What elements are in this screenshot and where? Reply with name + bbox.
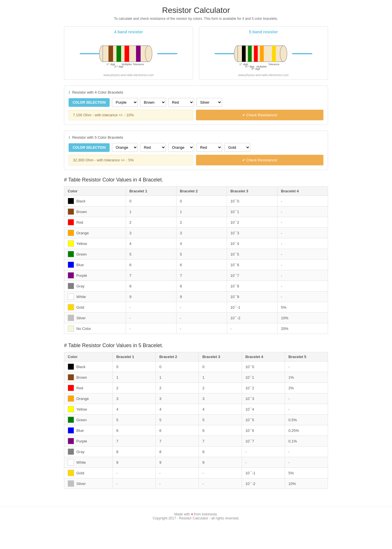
- table-row: Purple 7 7 10``7 -: [64, 270, 328, 281]
- calc4-select-3[interactable]: RedBlackBrownOrange YellowGreenBluePurpl…: [168, 98, 194, 107]
- b3-cell: -: [227, 323, 277, 334]
- color-swatch: [68, 230, 74, 236]
- b1-cell: 1: [113, 372, 156, 383]
- color-cell: Brown: [64, 372, 113, 383]
- b1-cell: 5: [126, 249, 176, 260]
- color-swatch: [68, 198, 74, 204]
- b3-cell: 6: [199, 425, 242, 436]
- calc5-select-1[interactable]: OrangeBlackBrownRed YellowGreenBluePurpl…: [112, 143, 138, 152]
- calc4-result-row: 7.100 Ohm - with tolerance +/- : 10% ✔ C…: [69, 110, 323, 120]
- b3-cell: 1: [199, 372, 242, 383]
- color-cell: Green: [64, 249, 126, 260]
- color-name: Blue: [76, 263, 84, 267]
- table5-col-b4: Bracelet 4: [242, 352, 285, 362]
- color-swatch: [68, 251, 74, 257]
- color-name: Green: [76, 418, 87, 422]
- b5-cell: -: [285, 362, 328, 372]
- color-cell: Blue: [64, 425, 113, 436]
- b1-cell: 4: [113, 404, 156, 415]
- table4-body: Black 0 0 10``0 - Brown 1 1 10``1 -: [64, 196, 328, 334]
- b2-cell: 1: [156, 372, 199, 383]
- b2-cell: 7: [176, 270, 227, 281]
- b2-cell: -: [176, 302, 227, 313]
- svg-rect-19: [248, 46, 252, 62]
- b4-cell: 10``1: [242, 372, 285, 383]
- table-4band: Color Bracelet 1 Bracelet 2 Bracelet 3 B…: [64, 186, 328, 334]
- b3-cell: 10``3: [227, 228, 277, 238]
- table-row: Black 0 0 0 10``0 -: [64, 362, 328, 372]
- b2-cell: -: [156, 478, 199, 489]
- b1-cell: 2: [113, 383, 156, 393]
- color-selection-btn-4band[interactable]: COLOR SELECTION: [69, 98, 110, 107]
- b2-cell: -: [176, 323, 227, 334]
- b3-cell: 10``6: [227, 260, 277, 270]
- b2-cell: 4: [156, 404, 199, 415]
- color-selection-btn-5band[interactable]: COLOR SELECTION: [69, 143, 110, 152]
- calc5-result: 32.300 Ohm - with tolerance +/- : 5%: [69, 155, 193, 165]
- table5-header: Color Bracelet 1 Bracelet 2 Bracelet 3 B…: [64, 352, 328, 362]
- color-cell: Red: [64, 217, 126, 228]
- table-row: Yellow 4 4 10``4 -: [64, 238, 328, 249]
- svg-text:Tolerance: Tolerance: [133, 63, 144, 66]
- calc5-select-2[interactable]: RedBlackBrownOrange YellowGreenBluePurpl…: [140, 143, 166, 152]
- color-name: Red: [76, 220, 83, 225]
- b4-cell: 10``6: [242, 425, 285, 436]
- calc5-select-4[interactable]: RedBlackBrownOrange YellowGreenBluePurpl…: [196, 143, 222, 152]
- check-resistance-btn-4band[interactable]: ✔ Check Resistance!: [196, 110, 323, 120]
- calc5-select-5[interactable]: GoldBlackBrownRed OrangeYellowGreenBlue …: [224, 143, 250, 152]
- b1-cell: 7: [113, 436, 156, 446]
- table-row: Gray 8 8 8 - -: [64, 446, 328, 457]
- color-cell: Gold: [64, 302, 126, 313]
- b1-cell: 9: [113, 457, 156, 468]
- check-resistance-btn-5band[interactable]: ✔ Check Resistance!: [196, 155, 323, 165]
- table-row: Brown 1 1 10``1 -: [64, 206, 328, 217]
- color-cell: Yellow: [64, 238, 126, 249]
- color-name: Brown: [76, 375, 87, 380]
- color-cell: Purple: [64, 270, 126, 281]
- table-row: Green 5 5 10``5 -: [64, 249, 328, 260]
- b2-cell: -: [176, 313, 227, 323]
- color-name: Purple: [76, 439, 87, 443]
- b2-cell: 5: [176, 249, 227, 260]
- color-swatch: [68, 395, 74, 402]
- table4-col-b4: Bracelet 4: [277, 187, 328, 196]
- b2-cell: 8: [156, 446, 199, 457]
- b1-cell: 0: [113, 362, 156, 372]
- color-name: Orange: [76, 397, 89, 401]
- color-name: Gold: [76, 305, 84, 310]
- b2-cell: 8: [176, 281, 227, 291]
- svg-rect-20: [254, 46, 258, 62]
- info-icon-4band: ℹ: [69, 90, 70, 94]
- calc4-select-4[interactable]: SilverBlackBrownRed OrangeYellowGreenBlu…: [196, 98, 222, 107]
- color-name: Red: [76, 386, 83, 390]
- table5-body: Black 0 0 0 10``0 - Brown 1 1 1 10``1 1%: [64, 362, 328, 489]
- table-row: Orange 3 3 3 10``3 -: [64, 393, 328, 404]
- svg-rect-8: [136, 46, 141, 62]
- table5-heading: # Table Resistor Color Values in 5 Brace…: [64, 343, 328, 349]
- b4-cell: -: [277, 228, 328, 238]
- b1-cell: 8: [126, 281, 176, 291]
- b1-cell: 5: [113, 415, 156, 425]
- b1-cell: 7: [126, 270, 176, 281]
- b2-cell: 0: [176, 196, 227, 206]
- table4-heading: # Table Resistor Color Values in 4 Brace…: [64, 177, 328, 183]
- color-cell: Yellow: [64, 404, 113, 415]
- color-cell: Brown: [64, 206, 126, 217]
- calc4-select-2[interactable]: BrownBlackRedOrange YellowGreenBluePurpl…: [140, 98, 166, 107]
- table-row: Silver - - 10``-2 10%: [64, 313, 328, 323]
- b1-cell: 6: [126, 260, 176, 270]
- footer-line1: Made with ♥ from Indonesia.: [6, 512, 386, 516]
- table-row: Blue 6 6 6 10``6 0.25%: [64, 425, 328, 436]
- color-cell: Orange: [64, 228, 126, 238]
- calc4-select-1[interactable]: PurpleBlackBrownRed OrangeYellowGreenBlu…: [112, 98, 138, 107]
- color-name: Purple: [76, 273, 87, 278]
- b3-cell: 10``5: [227, 249, 277, 260]
- b4-cell: -: [277, 291, 328, 302]
- b4-cell: -: [277, 270, 328, 281]
- color-swatch: [68, 417, 74, 423]
- b4-cell: 10``-2: [242, 478, 285, 489]
- calc5-select-3[interactable]: OrangeBlackBrownRed YellowGreenBluePurpl…: [168, 143, 194, 152]
- table-row: Green 5 5 5 10``5 0.5%: [64, 415, 328, 425]
- color-swatch: [68, 374, 74, 380]
- band4-title: 4 band resistor: [67, 30, 190, 34]
